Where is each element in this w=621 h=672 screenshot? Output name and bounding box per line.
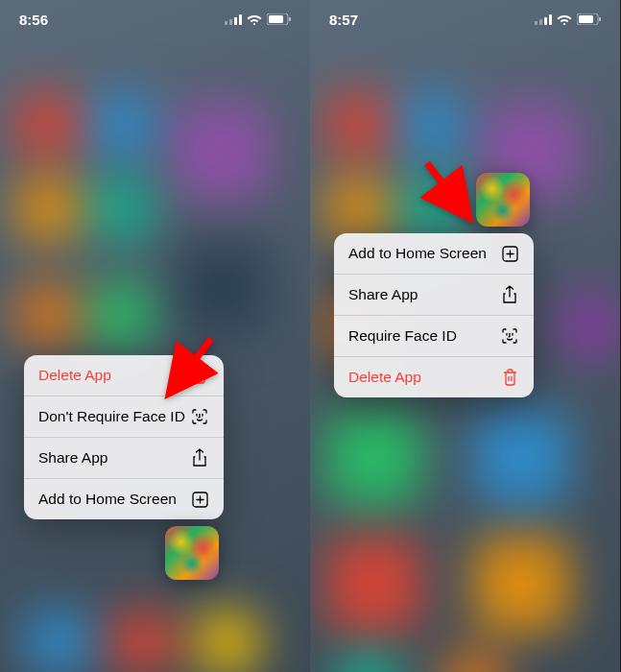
faceid-icon [190, 407, 209, 426]
svg-rect-11 [544, 17, 547, 25]
signal-icon [225, 14, 242, 25]
svg-rect-15 [599, 17, 601, 21]
app-icon[interactable] [165, 526, 219, 580]
app-icon[interactable] [476, 173, 530, 227]
svg-rect-6 [289, 17, 291, 21]
share-icon [190, 448, 209, 468]
menu-item-label: Delete App [348, 369, 421, 386]
svg-rect-3 [239, 14, 242, 25]
status-time: 8:56 [19, 12, 48, 28]
menu-item-label: Require Face ID [348, 327, 457, 345]
menu-item-delete-app[interactable]: Delete App [334, 357, 534, 397]
menu-item-label: Add to Home Screen [38, 491, 177, 508]
add-icon [190, 490, 209, 509]
battery-icon [577, 13, 601, 25]
menu-item-share-app[interactable]: Share App [334, 275, 534, 316]
svg-rect-1 [229, 19, 232, 25]
trash-icon [500, 368, 519, 387]
add-icon [500, 244, 519, 263]
status-bar: 8:56 [0, 0, 310, 38]
context-menu: Delete App Don't Require Face ID Share A… [24, 355, 224, 519]
svg-rect-5 [269, 15, 283, 23]
share-icon [500, 285, 519, 304]
status-bar: 8:57 [310, 0, 620, 38]
status-indicators [225, 13, 291, 25]
status-indicators [535, 13, 601, 25]
svg-rect-9 [535, 21, 537, 25]
svg-rect-0 [225, 21, 227, 25]
faceid-icon [500, 326, 519, 346]
phone-screenshot-left: 8:56 Delete App Don't Require Face ID Sh… [0, 0, 310, 672]
menu-item-dont-require-faceid[interactable]: Don't Require Face ID [24, 396, 224, 438]
status-time: 8:57 [329, 12, 358, 28]
menu-item-delete-app[interactable]: Delete App [24, 355, 224, 396]
wifi-icon [247, 13, 262, 25]
svg-rect-14 [579, 15, 593, 23]
trash-icon [190, 366, 209, 385]
menu-item-label: Share App [38, 449, 107, 467]
menu-item-require-faceid[interactable]: Require Face ID [334, 316, 534, 357]
signal-icon [535, 14, 552, 25]
menu-item-add-home-screen[interactable]: Add to Home Screen [334, 233, 534, 275]
menu-item-label: Delete App [38, 367, 111, 384]
svg-rect-2 [234, 17, 237, 25]
menu-item-label: Add to Home Screen [348, 245, 487, 262]
blurred-home-screen [0, 0, 310, 672]
phone-screenshot-right: 8:57 Add to Home Screen Share App Requir… [310, 0, 620, 672]
svg-rect-10 [539, 19, 542, 25]
battery-icon [267, 13, 291, 25]
menu-item-label: Don't Require Face ID [38, 408, 185, 425]
context-menu: Add to Home Screen Share App Require Fac… [334, 233, 534, 397]
svg-rect-12 [549, 14, 552, 25]
menu-item-add-home-screen[interactable]: Add to Home Screen [24, 479, 224, 519]
menu-item-label: Share App [348, 286, 418, 303]
wifi-icon [557, 13, 572, 25]
menu-item-share-app[interactable]: Share App [24, 438, 224, 479]
